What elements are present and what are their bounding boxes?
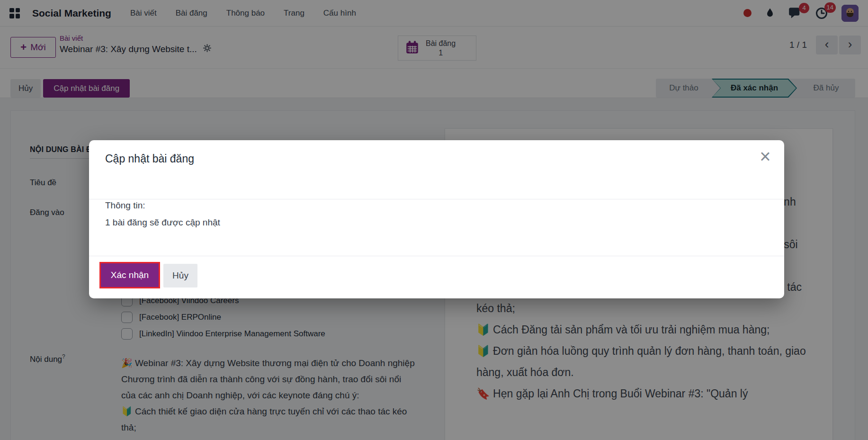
dialog-info-label: Thông tin: — [105, 200, 145, 211]
dialog-info-text: 1 bài đăng sẽ được cập nhật — [105, 217, 220, 228]
dialog-footer: Xác nhận Hủy — [89, 256, 784, 298]
dialog-cancel-button[interactable]: Hủy — [163, 264, 197, 287]
dialog-title: Cập nhật bài đăng — [105, 153, 194, 165]
update-post-dialog: Cập nhật bài đăng × Thông tin: 1 bài đăn… — [89, 140, 784, 298]
confirm-button[interactable]: Xác nhận — [101, 263, 159, 287]
dialog-header: Cập nhật bài đăng × — [89, 140, 784, 199]
close-icon[interactable]: × — [754, 145, 777, 168]
annotation-highlight-box: Xác nhận — [99, 262, 160, 288]
